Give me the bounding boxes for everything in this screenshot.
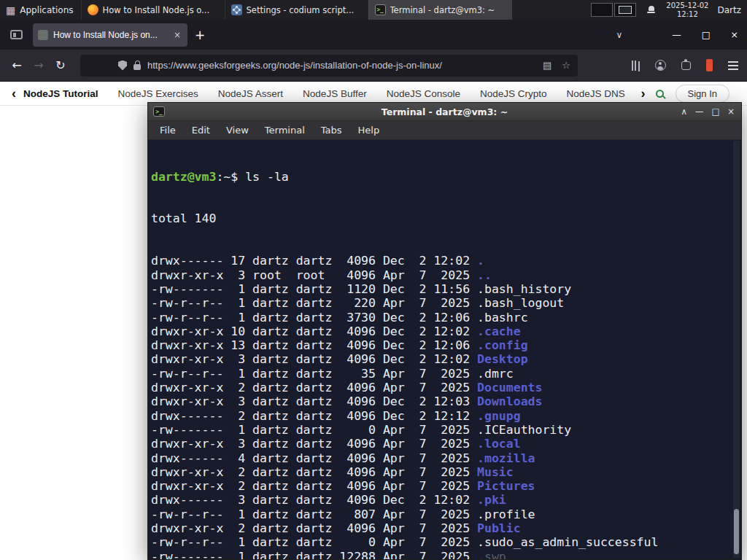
- site-nav-link[interactable]: NodeJS Buffer: [303, 88, 367, 99]
- notification-indicator[interactable]: [706, 59, 713, 71]
- tab-favicon: [38, 30, 48, 40]
- file-name: .dmrc: [477, 367, 514, 381]
- terminal-minimize-button[interactable]: —: [695, 106, 704, 117]
- browser-minimize-button[interactable]: —: [672, 29, 681, 40]
- prompt-dollar: $: [231, 170, 238, 184]
- tab-close-icon[interactable]: ×: [172, 30, 182, 40]
- listing-fields: -rw------- 1 dartz dartz 0 Apr 7 2025: [151, 423, 477, 437]
- back-button[interactable]: ←: [6, 58, 28, 72]
- menu-tabs[interactable]: Tabs: [314, 122, 349, 138]
- browser-close-button[interactable]: ×: [731, 29, 738, 40]
- terminal-line: -rw-r--r-- 1 dartz dartz 220 Apr 7 2025 …: [151, 296, 741, 310]
- terminal-titlebar[interactable]: >_ Terminal - dartz@vm3: ~ ∧ — □ ×: [148, 103, 741, 121]
- new-tab-button[interactable]: +: [195, 28, 205, 42]
- file-name: Music: [477, 465, 514, 479]
- site-nav-link[interactable]: NodeJS Console: [387, 88, 460, 99]
- workspace-1[interactable]: [591, 3, 613, 17]
- user-menu[interactable]: Dartz: [717, 5, 741, 15]
- applications-label: Applications: [20, 5, 73, 15]
- terminal-output: drwx------ 17 dartz dartz 4096 Dec 2 12:…: [151, 254, 741, 559]
- terminal-line: drwxr-xr-x 10 dartz dartz 4096 Dec 2 12:…: [151, 324, 741, 338]
- panel-window-list: How to Install Node.js o...Settings - co…: [81, 0, 512, 20]
- panel-window-button[interactable]: How to Install Node.js o...: [81, 0, 225, 20]
- site-nav-link[interactable]: NodeJS Assert: [218, 88, 283, 99]
- nav-scroll-right-icon[interactable]: ›: [641, 87, 646, 100]
- terminal-line: drwxr-xr-x 13 dartz dartz 4096 Dec 2 12:…: [151, 338, 741, 352]
- terminal-content[interactable]: dartz@vm3:~$ ls -la total 140 drwx------…: [148, 140, 741, 559]
- file-name: .bashrc: [477, 311, 528, 324]
- terminal-scrollbar-thumb[interactable]: [734, 509, 739, 554]
- listing-fields: drwxr-xr-x 2 dartz dartz 4096 Apr 7 2025: [151, 521, 477, 535]
- site-nav-link[interactable]: NodeJS Crypto: [480, 88, 547, 99]
- browser-toolbar: ← → ↻ https://www.geeksforgeeks.org/node…: [0, 50, 747, 82]
- tracking-protection-shield-icon[interactable]: [118, 61, 127, 71]
- menu-view[interactable]: View: [219, 122, 256, 138]
- terminal-window-controls: ∧ — □ ×: [681, 106, 741, 117]
- menu-file[interactable]: File: [152, 122, 183, 138]
- browser-maximize-button[interactable]: □: [702, 29, 711, 40]
- file-name: Documents: [477, 381, 542, 394]
- file-name: .config: [477, 338, 528, 352]
- file-name: .gnupg: [477, 409, 521, 423]
- listing-fields: drwxr-xr-x 10 dartz dartz 4096 Dec 2 12:…: [151, 324, 477, 338]
- terminal-menubar: FileEditViewTerminalTabsHelp: [148, 121, 741, 140]
- site-nav-link[interactable]: NodeJS Exercises: [118, 88, 198, 99]
- file-name: .bash_history: [477, 282, 571, 296]
- site-nav-link[interactable]: NodeJS DNS: [567, 88, 625, 99]
- lock-icon[interactable]: [133, 64, 141, 70]
- applications-menu[interactable]: ▦ Applications: [0, 0, 81, 20]
- menu-edit[interactable]: Edit: [185, 122, 217, 138]
- prompt-userhost: dartz@vm3: [151, 170, 216, 184]
- listing-fields: -rw-r--r-- 1 dartz dartz 35 Apr 7 2025: [151, 367, 477, 381]
- browser-tab-bar: How to Install Node.js on... × + ∨ — □ ×: [0, 20, 747, 50]
- listing-fields: drwx------ 4 dartz dartz 4096 Apr 7 2025: [151, 451, 477, 465]
- reader-view-icon[interactable]: ▤: [543, 60, 551, 71]
- notifications-bell-icon[interactable]: [646, 5, 656, 15]
- terminal-close-button[interactable]: ×: [727, 106, 735, 117]
- listing-fields: -rw------- 1 dartz dartz 12288 Apr 7 202…: [151, 550, 477, 559]
- terminal-maximize-button[interactable]: □: [711, 106, 719, 117]
- workspace-switcher[interactable]: [591, 3, 636, 17]
- browser-tab[interactable]: How to Install Node.js on... ×: [33, 23, 187, 47]
- listing-fields: drwxr-xr-x 2 dartz dartz 4096 Apr 7 2025: [151, 479, 477, 493]
- site-nav-link[interactable]: NodeJS Tutorial: [23, 88, 98, 99]
- workspace-window-thumbnail: [619, 6, 632, 14]
- listing-fields: -rw------- 1 dartz dartz 1120 Dec 2 11:5…: [151, 282, 477, 296]
- extensions-icon[interactable]: [681, 61, 691, 70]
- url-bar[interactable]: https://www.geeksforgeeks.org/node-js/in…: [80, 55, 578, 77]
- listing-fields: drwxr-xr-x 2 dartz dartz 4096 Apr 7 2025: [151, 381, 477, 394]
- account-icon[interactable]: [655, 60, 666, 71]
- urlbar-actions: ▤ ☆: [543, 60, 570, 71]
- terminal-line: drwxr-xr-x 2 dartz dartz 4096 Apr 7 2025…: [151, 521, 741, 535]
- listing-fields: drwx------ 3 dartz dartz 4096 Dec 2 12:0…: [151, 493, 477, 507]
- search-icon[interactable]: [656, 90, 664, 98]
- terminal-shade-button[interactable]: ∧: [681, 106, 687, 117]
- terminal-line: drwxr-xr-x 3 dartz dartz 4096 Dec 2 12:0…: [151, 394, 741, 408]
- menu-help[interactable]: Help: [351, 122, 387, 138]
- prompt-command: ls -la: [238, 170, 289, 184]
- panel-window-button[interactable]: Settings - codium script...: [225, 0, 368, 20]
- file-name: .swp: [477, 550, 506, 559]
- gear-icon: [234, 7, 239, 12]
- terminal-line: drwxr-xr-x 3 dartz dartz 4096 Apr 7 2025…: [151, 437, 741, 451]
- forward-button[interactable]: →: [28, 58, 50, 72]
- panel-window-button[interactable]: >_Terminal - dartz@vm3: ~: [368, 0, 512, 20]
- menu-hamburger-icon[interactable]: [728, 65, 738, 66]
- firefox-view-icon[interactable]: [10, 30, 23, 39]
- prompt-path: ~: [223, 170, 231, 184]
- url-text[interactable]: https://www.geeksforgeeks.org/node-js/in…: [147, 60, 536, 71]
- reload-button[interactable]: ↻: [50, 58, 71, 72]
- clock-time: 12:12: [666, 10, 708, 19]
- bookmark-star-icon[interactable]: ☆: [562, 60, 570, 71]
- nav-scroll-left-icon[interactable]: ‹: [12, 87, 16, 100]
- terminal-line: -rw------- 1 dartz dartz 12288 Apr 7 202…: [151, 550, 741, 559]
- menu-terminal[interactable]: Terminal: [258, 122, 312, 138]
- library-icon[interactable]: [632, 61, 633, 71]
- list-all-tabs-icon[interactable]: ∨: [616, 30, 622, 40]
- workspace-2[interactable]: [614, 3, 636, 17]
- firefox-icon: [88, 4, 98, 15]
- terminal-line: -rw-r--r-- 1 dartz dartz 3730 Dec 2 12:0…: [151, 311, 741, 324]
- panel-clock[interactable]: 2025-12-02 12:12: [666, 1, 708, 18]
- terminal-scrollbar[interactable]: [733, 141, 740, 558]
- sign-in-button[interactable]: Sign In: [676, 85, 729, 103]
